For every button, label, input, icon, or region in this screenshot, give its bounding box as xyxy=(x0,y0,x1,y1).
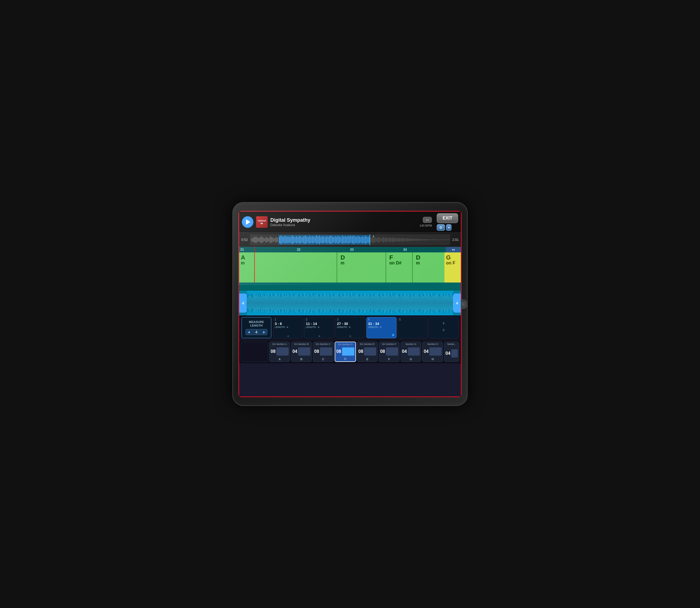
measure-stepper[interactable]: ◀ 4 ▶ xyxy=(246,329,267,335)
svg-rect-201 xyxy=(312,295,313,311)
svg-rect-116 xyxy=(410,239,411,241)
resize-control[interactable]: ⇔ xyxy=(446,247,461,252)
section-more-title: Sectio... xyxy=(446,343,458,345)
add-music-button[interactable]: ♪+ xyxy=(423,217,432,223)
play-button[interactable] xyxy=(242,216,253,228)
exit-button[interactable]: EXIT xyxy=(437,213,458,223)
svg-rect-11 xyxy=(260,237,261,243)
svg-rect-196 xyxy=(307,296,307,310)
slot-1-range: 3 - 6 xyxy=(275,322,302,326)
chord-area: 31 32 33 34 ⇔ A xyxy=(239,247,461,291)
svg-rect-204 xyxy=(316,295,316,311)
dropdown-button[interactable]: ▼ xyxy=(446,224,451,231)
svg-rect-278 xyxy=(403,296,404,310)
song-section-c[interactable]: DA Section C 08 C xyxy=(313,342,334,362)
slot-1-number: 1 xyxy=(275,318,302,321)
song-section-g[interactable]: Section G 04 G xyxy=(401,342,422,362)
measure-ruler: 31 32 33 34 ⇔ xyxy=(239,247,461,252)
svg-rect-246 xyxy=(365,294,366,312)
section-c-body: 08 xyxy=(314,346,332,357)
song-section-f[interactable]: DA Section F 08 F xyxy=(379,342,400,362)
track-handle-right[interactable]: 4 xyxy=(453,293,461,312)
song-section-b[interactable]: DA Section B 04 B xyxy=(291,342,312,362)
slot-3-indicator xyxy=(349,335,351,337)
svg-rect-293 xyxy=(421,293,422,312)
section-slot-1[interactable]: 1 3 - 6 LENGTH : 4 xyxy=(273,317,303,338)
svg-rect-16 xyxy=(267,238,268,242)
svg-rect-47 xyxy=(312,236,313,243)
track-handle-left[interactable]: 4 xyxy=(239,293,247,312)
svg-rect-149 xyxy=(251,296,252,310)
svg-rect-108 xyxy=(399,238,400,242)
svg-rect-30 xyxy=(288,236,288,243)
svg-rect-126 xyxy=(425,239,426,241)
svg-rect-233 xyxy=(350,297,351,309)
section-slot-2[interactable]: 2 11 - 14 LENGTH : 4 xyxy=(304,317,334,338)
svg-rect-24 xyxy=(279,236,280,243)
stepper-decrement[interactable]: ◀ xyxy=(247,330,250,334)
section-a-body: 08 xyxy=(271,346,289,357)
svg-rect-113 xyxy=(406,238,407,242)
svg-rect-164 xyxy=(269,295,269,311)
svg-rect-283 xyxy=(409,295,409,311)
svg-rect-118 xyxy=(413,239,414,241)
song-section-e[interactable]: DA Section E 08 E xyxy=(357,342,378,362)
svg-rect-211 xyxy=(324,293,325,313)
svg-rect-301 xyxy=(430,297,431,309)
svg-rect-277 xyxy=(402,295,403,311)
time-start: 0:52 xyxy=(241,238,248,242)
section-slot-3[interactable]: 3 27 - 30 LENGTH : 4 xyxy=(335,317,365,338)
svg-rect-296 xyxy=(424,293,425,313)
song-section-a[interactable]: DA Section A 08 A xyxy=(269,342,290,362)
section-slot-4[interactable]: 4 31 - 34 LENGTH : 4 xyxy=(366,317,396,338)
add-slot-icon: + xyxy=(442,327,446,334)
song-section-d[interactable]: DA Section D 08 D xyxy=(335,342,356,362)
svg-rect-281 xyxy=(407,296,407,310)
section-f-letter: F xyxy=(380,358,398,361)
svg-rect-214 xyxy=(328,293,328,312)
svg-rect-249 xyxy=(369,295,369,311)
svg-rect-231 xyxy=(348,293,348,312)
svg-rect-7 xyxy=(254,237,255,243)
playhead-ruler xyxy=(254,247,255,252)
section-slot-5[interactable]: 5 xyxy=(397,317,428,338)
waveform-container[interactable]: 1 2 3 4 xyxy=(250,234,450,245)
svg-rect-53 xyxy=(320,237,321,243)
stepper-increment[interactable]: ▶ xyxy=(263,330,266,334)
svg-rect-193 xyxy=(303,296,304,310)
svg-rect-230 xyxy=(347,296,347,310)
svg-rect-138 xyxy=(442,240,443,240)
svg-rect-219 xyxy=(334,296,334,310)
ruler-33: 33 xyxy=(350,248,353,251)
svg-rect-130 xyxy=(431,240,431,240)
svg-rect-124 xyxy=(422,239,423,241)
svg-rect-190 xyxy=(299,297,300,309)
song-section-more[interactable]: Sectio... 04 xyxy=(444,342,459,362)
section-more-num: 04 xyxy=(446,351,450,356)
ruler-32: 32 xyxy=(297,248,300,251)
svg-rect-123 xyxy=(421,239,422,240)
chord-am-name: A xyxy=(241,254,335,261)
svg-rect-238 xyxy=(356,295,356,311)
svg-rect-245 xyxy=(364,293,365,313)
settings-button[interactable]: ⚙ xyxy=(437,224,445,231)
svg-rect-315 xyxy=(447,293,447,312)
song-section-h[interactable]: Section H 04 H xyxy=(422,342,443,362)
svg-rect-80 xyxy=(359,236,360,243)
svg-rect-107 xyxy=(397,238,398,242)
chord-divider-2 xyxy=(386,252,386,283)
track-waveform-inner xyxy=(247,291,453,315)
section-slot-6[interactable]: 6 + xyxy=(429,317,459,338)
track-artist: Daisuke Asakura xyxy=(270,223,417,227)
chord-fd: F on D# xyxy=(388,252,414,283)
svg-rect-140 xyxy=(445,240,446,240)
svg-rect-287 xyxy=(414,296,414,310)
section-h-letter: H xyxy=(424,358,442,361)
svg-rect-46 xyxy=(311,237,311,243)
chord-fd-mod: on D# xyxy=(389,261,413,266)
svg-rect-298 xyxy=(427,296,427,310)
svg-rect-54 xyxy=(322,236,323,243)
slot-2-length: LENGTH : 4 xyxy=(306,326,333,328)
svg-rect-216 xyxy=(330,297,331,309)
svg-rect-252 xyxy=(372,295,373,311)
